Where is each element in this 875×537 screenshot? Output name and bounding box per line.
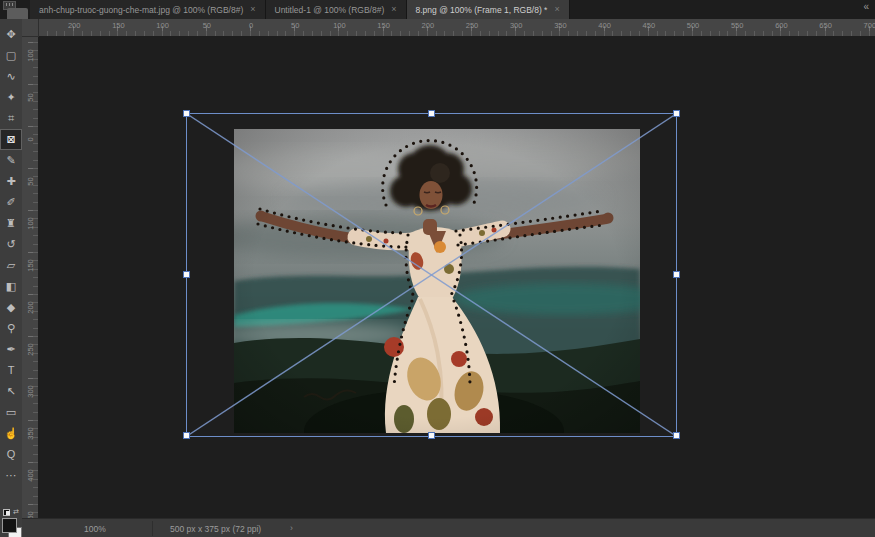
hand-tool[interactable]: ☝ [0, 423, 22, 444]
hruler-label: 350 [554, 21, 567, 30]
hruler-label: 50 [203, 21, 211, 30]
tab-label: 8.png @ 100% (Frame 1, RGB/8) * [416, 5, 548, 15]
vruler-label: 200 [26, 300, 35, 316]
document-tab-3[interactable]: 8.png @ 100% (Frame 1, RGB/8) *× [407, 0, 570, 19]
eyedropper-tool[interactable]: ✎ [0, 150, 22, 171]
brush-tool-icon: ✐ [6, 197, 15, 208]
handle-middle-left[interactable] [183, 271, 190, 278]
crop-tool-icon: ⌗ [8, 113, 14, 124]
vruler-label: 150 [26, 258, 35, 274]
crop-tool[interactable]: ⌗ [0, 108, 22, 129]
vruler-label: 100 [26, 216, 35, 232]
handle-top-right[interactable] [673, 110, 680, 117]
hruler-label: 600 [775, 21, 788, 30]
path-selection-tool-icon: ↖ [6, 386, 15, 397]
canvas-area[interactable] [38, 36, 875, 518]
horizontal-ruler[interactable]: 2502001501005005010015020025030035040045… [22, 19, 875, 37]
zoom-tool-icon: Q [7, 449, 16, 460]
lasso-tool-icon: ∿ [6, 71, 15, 82]
handle-bottom-left[interactable] [183, 432, 190, 439]
history-brush-tool[interactable]: ↺ [0, 234, 22, 255]
hruler-label: 100 [156, 21, 169, 30]
handle-top-left[interactable] [183, 110, 190, 117]
hand-tool-icon: ☝ [4, 428, 18, 439]
clone-stamp-tool[interactable]: ♜ [0, 213, 22, 234]
tab-close-icon[interactable]: × [250, 5, 255, 14]
blur-tool[interactable]: ◆ [0, 297, 22, 318]
tab-label: Untitled-1 @ 100% (RGB/8#) [275, 5, 385, 15]
healing-brush-tool-icon: ✚ [6, 176, 15, 187]
handle-bottom-center[interactable] [428, 432, 435, 439]
ruler-origin-corner[interactable] [22, 19, 39, 37]
zoom-tool[interactable]: Q [0, 444, 22, 465]
shape-tool[interactable]: ▭ [0, 402, 22, 423]
frame-transform-box[interactable] [186, 113, 677, 437]
frame-tool-icon: ⊠ [6, 134, 15, 145]
vruler-label: 450 [26, 510, 35, 519]
eraser-tool[interactable]: ▱ [0, 255, 22, 276]
blur-tool-icon: ◆ [7, 302, 15, 313]
tab-close-icon[interactable]: × [554, 5, 559, 14]
hruler-label: 50 [291, 21, 299, 30]
quick-selection-tool-icon: ✦ [6, 92, 15, 103]
edit-toolbar-button-icon: ⋯ [6, 470, 17, 481]
marquee-tool[interactable]: ▢ [0, 45, 22, 66]
lasso-tool[interactable]: ∿ [0, 66, 22, 87]
pen-tool[interactable]: ✒ [0, 339, 22, 360]
dodge-tool[interactable]: ⚲ [0, 318, 22, 339]
move-tool[interactable]: ✥ [0, 24, 22, 45]
eyedropper-tool-icon: ✎ [6, 155, 15, 166]
edit-toolbar-button[interactable]: ⋯ [0, 465, 22, 486]
vruler-label: 300 [26, 384, 35, 400]
clone-stamp-tool-icon: ♜ [6, 218, 16, 229]
status-bar: 100% 500 px x 375 px (72 ppi) › [22, 518, 875, 537]
handle-top-center[interactable] [428, 110, 435, 117]
status-flyout-icon[interactable]: › [290, 523, 293, 533]
tab-scroll-button[interactable] [7, 8, 28, 19]
frame-tool[interactable]: ⊠ [0, 129, 22, 150]
hruler-label: 250 [466, 21, 479, 30]
collapse-panels-icon[interactable]: « [863, 1, 869, 12]
hruler-label: 0 [249, 21, 253, 30]
status-divider [152, 521, 153, 536]
dodge-tool-icon: ⚲ [7, 323, 15, 334]
gradient-tool[interactable]: ◧ [0, 276, 22, 297]
vruler-label: 50 [26, 174, 35, 190]
gradient-tool-icon: ◧ [6, 281, 16, 292]
document-info: 500 px x 375 px (72 ppi) [170, 524, 261, 534]
tab-close-icon[interactable]: × [391, 5, 396, 14]
frame-cross-lines [187, 114, 676, 436]
vruler-label: 250 [26, 342, 35, 358]
tools-palette: ⇄ ✥▢∿✦⌗⊠✎✚✐♜↺▱◧◆⚲✒T↖▭☝Q⋯ [0, 19, 23, 537]
vruler-label: 0 [26, 132, 35, 148]
tab-label: anh-chup-truoc-guong-che-mat.jpg @ 100% … [39, 5, 243, 15]
eraser-tool-icon: ▱ [7, 260, 15, 271]
hruler-label: 500 [687, 21, 700, 30]
hruler-label: 400 [598, 21, 611, 30]
hruler-label: 300 [510, 21, 523, 30]
vruler-label: 100 [26, 48, 35, 64]
hruler-label: 550 [731, 21, 744, 30]
type-tool[interactable]: T [0, 360, 22, 381]
brush-tool[interactable]: ✐ [0, 192, 22, 213]
hruler-label: 650 [819, 21, 832, 30]
vruler-label: 350 [26, 426, 35, 442]
marquee-tool-icon: ▢ [6, 50, 16, 61]
history-brush-tool-icon: ↺ [6, 239, 15, 250]
document-tab-2[interactable]: Untitled-1 @ 100% (RGB/8#)× [266, 0, 407, 19]
pen-tool-icon: ✒ [6, 344, 15, 355]
vertical-ruler[interactable]: 10050050100150200250300350400450 [22, 36, 39, 518]
type-tool-icon: T [8, 365, 15, 376]
handle-middle-right[interactable] [673, 271, 680, 278]
hruler-label: 700 [864, 21, 875, 30]
path-selection-tool[interactable]: ↖ [0, 381, 22, 402]
quick-selection-tool[interactable]: ✦ [0, 87, 22, 108]
healing-brush-tool[interactable]: ✚ [0, 171, 22, 192]
zoom-level-field[interactable]: 100% [84, 524, 106, 534]
photoshop-window: anh-chup-truoc-guong-che-mat.jpg @ 100% … [0, 0, 875, 537]
document-tab-bar: anh-chup-truoc-guong-che-mat.jpg @ 100% … [0, 0, 875, 19]
handle-bottom-right[interactable] [673, 432, 680, 439]
document-tab-1[interactable]: anh-chup-truoc-guong-che-mat.jpg @ 100% … [30, 0, 266, 19]
foreground-color-swatch[interactable] [2, 518, 17, 533]
default-colors-icon[interactable]: ⇄ [2, 508, 20, 516]
